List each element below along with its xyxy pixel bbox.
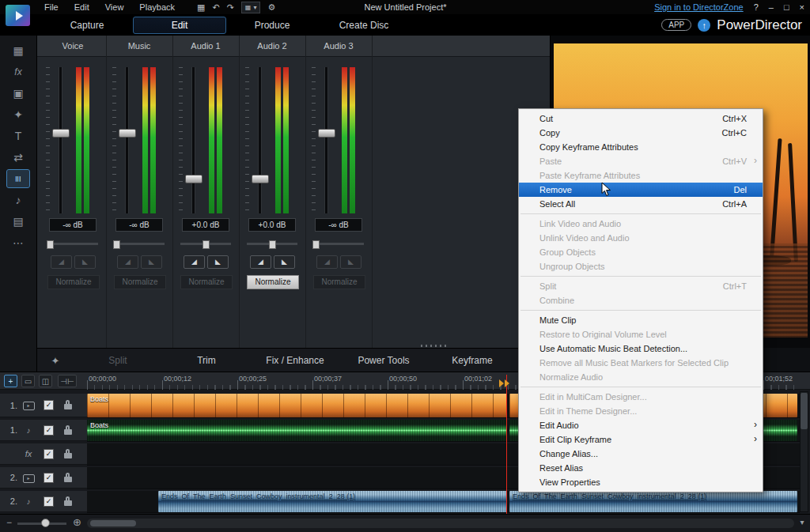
chapter-room-icon[interactable]: ▤: [7, 213, 29, 230]
tab-edit[interactable]: Edit: [133, 17, 226, 34]
pan-slider[interactable]: [313, 243, 364, 245]
media-room-icon[interactable]: ▦: [7, 42, 29, 59]
context-menu-item-group-objects[interactable]: Group Objects: [519, 245, 763, 259]
subtitle-room-icon[interactable]: ⋯: [7, 234, 29, 251]
context-menu-item-cut[interactable]: Cut Ctrl+X: [519, 111, 763, 126]
menu-playback[interactable]: Playback: [131, 2, 183, 12]
upload-icon[interactable]: ↑: [698, 19, 710, 32]
fade-in-button[interactable]: ◢: [117, 255, 138, 269]
fix-enhance-button[interactable]: Fix / Enhance: [251, 355, 339, 366]
pan-handle[interactable]: [269, 240, 276, 249]
context-menu-item-multicam-designer[interactable]: Edit in MultiCam Designer...: [519, 390, 763, 404]
pan-handle[interactable]: [47, 240, 54, 249]
audio-mixing-room-icon[interactable]: ≡: [7, 170, 29, 187]
context-menu-item-unlink-video-audio[interactable]: Unlink Video and Audio: [519, 231, 763, 245]
track-enable-checkbox[interactable]: ✓: [44, 400, 54, 410]
tab-capture[interactable]: Capture: [41, 17, 133, 34]
playhead[interactable]: [506, 375, 507, 514]
panel-resize-grip[interactable]: [421, 345, 448, 347]
volume-fader-track[interactable]: [191, 67, 195, 213]
context-menu-item-paste[interactable]: Paste Ctrl+V ›: [519, 154, 763, 168]
particle-room-icon[interactable]: ✦: [7, 106, 29, 123]
aspect-ratio-dropdown[interactable]: ▦ ▾: [241, 2, 261, 13]
audio-clip[interactable]: Boats: [87, 420, 507, 441]
context-menu-item-copy-keyframe-attributes[interactable]: Copy Keyframe Attributes: [519, 140, 763, 154]
volume-fader-handle[interactable]: [52, 129, 70, 138]
gain-value[interactable]: -∞ dB: [315, 218, 362, 232]
effect-room-icon[interactable]: fx: [7, 63, 29, 81]
split-button[interactable]: Split: [74, 355, 162, 366]
pip-objects-room-icon[interactable]: ▣: [7, 85, 29, 102]
normalize-button[interactable]: Normalize: [180, 275, 233, 289]
context-menu-item-change-alias[interactable]: Change Alias...: [519, 447, 763, 461]
context-menu-item-split[interactable]: Split Ctrl+T: [519, 279, 763, 293]
context-menu-item-remove[interactable]: Remove Del: [519, 183, 763, 197]
context-menu-item-select-all[interactable]: Select All Ctrl+A: [519, 197, 763, 211]
context-menu-item-ungroup-objects[interactable]: Ungroup Objects: [519, 259, 763, 274]
timeline-function-button[interactable]: ▾: [797, 517, 808, 528]
horizontal-scrollbar-thumb[interactable]: [90, 520, 136, 526]
volume-fader-track[interactable]: [125, 67, 129, 213]
zoom-slider-handle[interactable]: [41, 519, 50, 527]
maximize-button[interactable]: □: [784, 2, 789, 12]
volume-fader-track[interactable]: [59, 67, 62, 213]
dual-preview-icon[interactable]: ▦: [197, 2, 205, 13]
context-menu-item-normalize-audio[interactable]: Normalize Audio: [519, 370, 763, 384]
clip-tool-icon[interactable]: ▭: [21, 375, 35, 387]
help-button[interactable]: ?: [754, 2, 759, 12]
lock-icon[interactable]: [64, 400, 72, 410]
fade-out-button[interactable]: ◣: [207, 255, 229, 269]
pan-slider[interactable]: [180, 243, 231, 245]
context-menu-item-edit-audio[interactable]: Edit Audio ›: [519, 418, 763, 432]
track-enable-checkbox[interactable]: ✓: [44, 449, 54, 459]
zoom-in-icon[interactable]: ⊕: [73, 516, 81, 528]
context-menu-item-remove-beat-markers[interactable]: Remove all Music Beat Markers for Select…: [519, 356, 763, 370]
redo-icon[interactable]: ↷: [227, 2, 234, 13]
fade-in-button[interactable]: ◢: [250, 255, 271, 269]
normalize-button[interactable]: Normalize: [47, 275, 100, 289]
gain-value[interactable]: +0.0 dB: [182, 218, 229, 232]
lock-icon[interactable]: [64, 425, 72, 436]
signin-link[interactable]: Sign in to DirectorZone: [654, 2, 744, 12]
voiceover-room-icon[interactable]: ♪: [7, 191, 29, 209]
pan-handle[interactable]: [113, 240, 120, 249]
context-menu-item-theme-designer[interactable]: Edit in Theme Designer...: [519, 404, 763, 418]
keyframe-button[interactable]: Keyframe: [428, 355, 517, 366]
context-menu-item-view-properties[interactable]: View Properties: [519, 475, 763, 489]
magic-tools-icon[interactable]: ✦: [37, 355, 74, 367]
horizontal-scrollbar[interactable]: [87, 519, 794, 528]
fade-in-button[interactable]: ◢: [51, 255, 72, 269]
menu-view[interactable]: View: [97, 2, 132, 12]
gain-value[interactable]: +0.0 dB: [248, 218, 296, 232]
lock-icon[interactable]: [64, 496, 72, 507]
fade-out-button[interactable]: ◣: [340, 255, 361, 269]
undo-icon[interactable]: ↶: [212, 2, 219, 13]
volume-fader-track[interactable]: [258, 67, 262, 213]
context-menu-item-reset-alias[interactable]: Reset Alias: [519, 461, 763, 475]
context-menu-item-edit-clip-keyframe[interactable]: Edit Clip Keyframe ›: [519, 432, 763, 447]
lock-icon[interactable]: [64, 473, 72, 483]
tab-produce[interactable]: Produce: [226, 17, 318, 34]
range-select-icon[interactable]: ◫: [39, 375, 52, 387]
context-menu-item-restore-volume[interactable]: Restore to Original Volume Level: [519, 327, 763, 341]
volume-fader-handle[interactable]: [252, 175, 269, 183]
transition-room-icon[interactable]: ⇄: [7, 149, 29, 166]
pan-slider[interactable]: [247, 243, 297, 245]
normalize-button[interactable]: Normalize: [247, 275, 299, 289]
video-clip[interactable]: Boats: [87, 394, 507, 417]
select-tool-icon[interactable]: +: [4, 375, 17, 387]
music-clip[interactable]: Ends_Of_The_Earth_Sunset_Cowboy_instrume…: [158, 491, 507, 512]
title-room-icon[interactable]: T: [7, 127, 29, 145]
context-menu-item-link-video-audio[interactable]: Link Video and Audio: [519, 217, 763, 231]
pan-slider[interactable]: [47, 243, 98, 245]
fade-out-button[interactable]: ◣: [141, 255, 162, 269]
normalize-button[interactable]: Normalize: [313, 275, 365, 289]
gain-value[interactable]: -∞ dB: [115, 218, 163, 232]
fade-in-button[interactable]: ◢: [184, 255, 205, 269]
pan-slider[interactable]: [114, 243, 165, 245]
volume-fader-handle[interactable]: [318, 129, 335, 138]
minimize-button[interactable]: –: [769, 2, 774, 12]
zoom-out-icon[interactable]: −: [6, 517, 12, 528]
lock-icon[interactable]: [64, 449, 72, 459]
fade-out-button[interactable]: ◣: [274, 255, 295, 269]
